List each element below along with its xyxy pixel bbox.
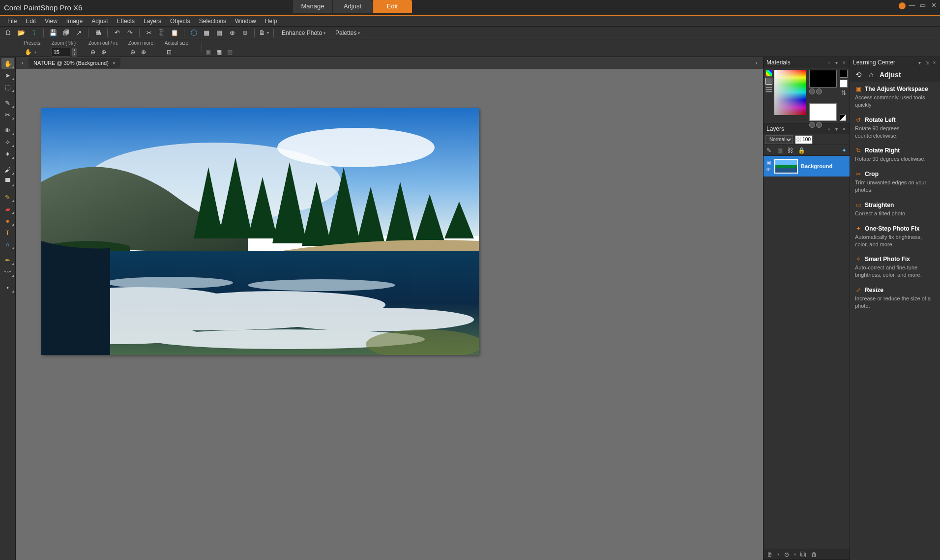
enhance-photo-menu[interactable]: Enhance Photo	[278, 29, 329, 36]
edit-selection-icon[interactable]: ✎	[765, 147, 772, 154]
materials-header[interactable]: Materials ▫▾×	[764, 57, 850, 68]
bg-texture-icon[interactable]	[816, 122, 822, 128]
material-tab-rainbow[interactable]	[765, 70, 772, 77]
learn-item-smart-fix[interactable]: ✧Smart Photo FixAuto-correct and fine-tu…	[850, 252, 940, 283]
close-icon[interactable]: ✕	[930, 2, 937, 9]
paste-icon[interactable]: 📋	[169, 28, 180, 38]
menu-effects[interactable]: Effects	[113, 18, 139, 25]
mini-fg-swatch[interactable]	[840, 70, 848, 78]
user-account-icon[interactable]	[899, 2, 906, 9]
color-picker[interactable]	[774, 70, 806, 115]
maximize-icon[interactable]: ▭	[919, 2, 926, 9]
learning-back-icon[interactable]: ⟲	[854, 70, 863, 79]
text-tool[interactable]: T	[1, 227, 14, 238]
menu-objects[interactable]: Objects	[166, 18, 195, 25]
zoom-out-more-icon[interactable]: ⊖	[128, 48, 137, 57]
learning-home-icon[interactable]: ⌂	[867, 70, 876, 79]
ruler-icon[interactable]: ▦	[201, 28, 212, 38]
panel-menu-icon[interactable]: ▾	[917, 60, 922, 65]
shape-tool[interactable]: ○	[1, 239, 14, 250]
delete-layer-icon[interactable]: 🗑	[811, 551, 818, 558]
selection-tool[interactable]: ⬚	[1, 82, 14, 92]
fit-image-icon[interactable]: ▦	[215, 48, 224, 57]
panel-pin-icon[interactable]: ⇲	[924, 60, 930, 65]
pick-tool[interactable]: ➤	[1, 70, 14, 81]
fg-texture-icon[interactable]	[816, 88, 822, 94]
new-layer-icon[interactable]: 🗎	[259, 28, 269, 38]
menu-file[interactable]: File	[3, 18, 21, 25]
foreground-swatch[interactable]	[809, 70, 837, 88]
learning-header[interactable]: Learning Center ▾⇲×	[850, 57, 940, 68]
learn-item-straighten[interactable]: ▭StraightenCorrect a tilted photo.	[850, 198, 940, 221]
menu-window[interactable]: Window	[231, 18, 261, 25]
redo-icon[interactable]: ↷	[124, 28, 135, 38]
zoom-value-input[interactable]	[52, 48, 70, 57]
zoom-in-more-icon[interactable]: ⊕	[139, 48, 148, 57]
layer-lock-icon[interactable]: 🔒	[798, 147, 805, 154]
twain-icon[interactable]: ⤵	[29, 28, 39, 38]
swap-colors-icon[interactable]: ⇅	[840, 89, 848, 96]
print-icon[interactable]: 🖶	[92, 28, 103, 38]
layer-visibility-icon[interactable]: ▣	[765, 160, 771, 166]
grid-icon[interactable]: ▤	[214, 28, 225, 38]
panel-menu-icon[interactable]: ▾	[834, 60, 839, 65]
save-copy-icon[interactable]: 🗐	[60, 28, 71, 38]
copy-icon[interactable]: ⿻	[156, 28, 167, 38]
canvas-viewport[interactable]	[16, 69, 763, 560]
tab-manage[interactable]: Manage	[293, 0, 332, 13]
zoom-out-icon[interactable]: ⊖	[239, 28, 250, 38]
makeover-tool[interactable]: ✧	[1, 137, 14, 147]
new-icon[interactable]: 🗋	[3, 28, 14, 38]
panel-close-icon[interactable]: ×	[841, 60, 847, 65]
open-icon[interactable]: 📂	[16, 28, 27, 38]
zoom-in-step-icon[interactable]: ⊕	[99, 48, 108, 57]
menu-adjust[interactable]: Adjust	[87, 18, 112, 25]
zoom-in-icon[interactable]: ⊕	[227, 28, 237, 38]
learn-item-adjust-workspace[interactable]: ▣The Adjust WorkspaceAccess commonly-use…	[850, 82, 940, 113]
gradient-tool[interactable]: ▀	[1, 176, 14, 187]
fg-style-icon[interactable]	[809, 88, 815, 94]
cut-icon[interactable]: ✂	[144, 28, 154, 38]
layer-opacity-input[interactable]: 100	[795, 135, 813, 144]
document-close-icon[interactable]: ×	[113, 60, 116, 66]
learn-item-resize[interactable]: ⤢ResizeIncrease or reduce the size of a …	[850, 283, 940, 314]
picture-tube-tool[interactable]: ●	[1, 215, 14, 226]
learn-item-rotate-left[interactable]: ↺Rotate LeftRotate 90 degrees counterclo…	[850, 113, 940, 144]
doc-tab-prev-icon[interactable]: ‹	[19, 59, 27, 66]
oil-brush-tool[interactable]: •	[1, 282, 14, 293]
zoom-spinner[interactable]: ▴▾	[72, 48, 77, 57]
blend-mode-select[interactable]: Normal	[765, 135, 793, 144]
panel-close-icon[interactable]: ×	[932, 60, 937, 65]
pen-tool[interactable]: ✒	[1, 255, 14, 265]
learn-item-crop[interactable]: ✂CropTrim unwanted edges on your photos.	[850, 167, 940, 198]
menu-selections[interactable]: Selections	[195, 18, 231, 25]
menu-image[interactable]: Image	[62, 18, 87, 25]
tab-edit[interactable]: Edit	[373, 0, 412, 13]
bg-style-icon[interactable]	[809, 122, 815, 128]
menu-layers[interactable]: Layers	[139, 18, 166, 25]
material-tab-frame[interactable]	[765, 78, 772, 85]
layer-visibility-toggle-icon[interactable]: 👁	[765, 167, 771, 173]
clone-tool[interactable]: ✦	[1, 148, 14, 159]
palettes-menu[interactable]: Palettes	[331, 29, 364, 36]
paint-brush-tool[interactable]: 🖌	[1, 164, 14, 175]
new-mask-icon[interactable]: ⊙	[783, 551, 790, 558]
minimize-icon[interactable]: —	[909, 2, 915, 9]
panel-menu-icon[interactable]: ▾	[834, 126, 839, 132]
mini-bg-swatch[interactable]	[840, 80, 848, 88]
material-tab-swatches[interactable]	[765, 86, 772, 92]
panel-undock-icon[interactable]: ▫	[826, 60, 832, 65]
document-tab[interactable]: NATURE @ 30% (Background) ×	[29, 58, 120, 68]
menu-help[interactable]: Help	[261, 18, 282, 25]
canvas-image[interactable]	[41, 108, 479, 355]
menu-view[interactable]: View	[40, 18, 62, 25]
undo-icon[interactable]: ↶	[112, 28, 122, 38]
default-colors-icon[interactable]	[840, 115, 846, 121]
eraser-tool[interactable]: ▰	[1, 204, 14, 214]
zoom-out-step-icon[interactable]: ⊖	[88, 48, 97, 57]
red-eye-tool[interactable]: 👁	[1, 125, 14, 136]
lighten-tool[interactable]: ✎	[1, 192, 14, 203]
duplicate-layer-icon[interactable]: ⿻	[800, 551, 807, 558]
warp-tool[interactable]: 〰	[1, 266, 14, 277]
info-icon[interactable]: ⓘ	[188, 28, 199, 38]
